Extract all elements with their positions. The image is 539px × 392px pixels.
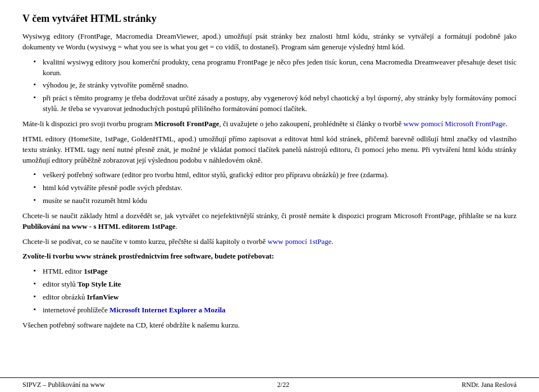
paragraph-software-header: Zvolíte-li tvorbu www stránek prostředni… xyxy=(22,251,517,262)
list-item: výhodou je, že stránky vytvoříte poměrně… xyxy=(34,80,517,91)
list-item-irfanview: editor obrázků IrfanView xyxy=(34,292,517,303)
text-static: editor obrázků xyxy=(43,293,87,301)
list-item-browsers: internetové prohlížeče Microsoft Interne… xyxy=(34,305,517,316)
paragraph-cd: Všechen potřebný software najdete na CD,… xyxy=(22,320,517,331)
text-static: Chcete-li se naučit základy html a dozvě… xyxy=(22,211,517,220)
paragraph-course: Chcete-li se naučit základy html a dozvě… xyxy=(22,211,517,232)
list-item-topstyle: editor stylů Top Style Lite xyxy=(34,279,517,290)
paragraph-html-editors: HTML editory (HomeSite, 1stPage, GoldenH… xyxy=(22,134,517,166)
text-static: . xyxy=(505,119,507,128)
1stpage-label: 1stPage xyxy=(84,267,108,275)
topstyle-label: Top Style Lite xyxy=(77,280,121,288)
list-item: musíte se naučit rozumět html kódu xyxy=(34,196,517,206)
text-static: . xyxy=(332,237,334,246)
text-static: Chcete-li se podívat, co se naučíte v to… xyxy=(22,237,267,246)
frontpage-link[interactable]: www pomocí Microsoft FrontPage xyxy=(404,119,506,128)
text-static: internetové prohlížeče xyxy=(43,306,109,314)
text-static: HTML editor xyxy=(43,267,84,275)
bullet-list-2: veškerý potřebný software (editor pro tv… xyxy=(34,170,517,206)
software-bold-text: Zvolíte-li tvorbu www stránek prostředni… xyxy=(22,252,274,260)
list-item: html kód vytváříte přesně podle svých př… xyxy=(34,183,517,193)
list-item: veškerý potřebný software (editor pro tv… xyxy=(34,170,517,181)
frontpage-bold: Microsoft FrontPage xyxy=(154,119,219,128)
list-item: kvalitní wysiwyg editory jsou komerční p… xyxy=(34,57,517,79)
bullet-list-1: kvalitní wysiwyg editory jsou komerční p… xyxy=(34,57,517,114)
list-item-1stpage: HTML editor 1stPage xyxy=(34,266,517,277)
irfanview-label: IrfanView xyxy=(87,293,119,301)
course-bold: Publikování na www - s HTML editorem 1st… xyxy=(22,222,175,230)
1stpage-link[interactable]: www pomocí 1stPage xyxy=(267,237,331,246)
paragraph-1: Wysiwyg editory (FrontPage, Macromedia D… xyxy=(22,31,517,53)
text-static: Máte-li k dispozici pro svoji tvorbu pro… xyxy=(22,119,154,128)
page-title: V čem vytvářet HTML stránky xyxy=(22,11,517,26)
list-item: při práci s těmito programy je třeba dod… xyxy=(34,93,517,114)
paragraph-1stpage-link: Chcete-li se podívat, co se naučíte v to… xyxy=(22,237,517,247)
text-static: editor stylů xyxy=(43,280,77,288)
browsers-label: Microsoft Internet Explorer a Mozila xyxy=(109,306,226,314)
software-list: HTML editor 1stPage editor stylů Top Sty… xyxy=(34,266,517,315)
text-static: , či uvažujete o jeho zakoupení, prohléd… xyxy=(219,119,403,128)
text-static: . xyxy=(175,222,177,230)
paragraph-frontpage: Máte-li k dispozici pro svoji tvorbu pro… xyxy=(22,119,517,130)
